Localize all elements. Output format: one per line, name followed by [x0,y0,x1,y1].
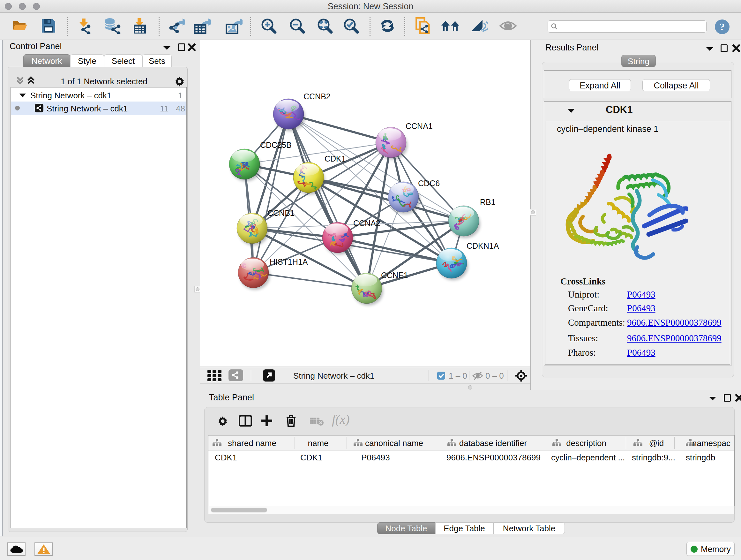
svg-text:CDC25B: CDC25B [260,140,292,149]
svg-text:RB1: RB1 [480,198,495,206]
svg-text:CCNE1: CCNE1 [381,271,408,280]
svg-text:CDC6: CDC6 [418,179,440,188]
svg-text:CDK1: CDK1 [325,154,346,163]
svg-text:CCNB1: CCNB1 [267,208,294,217]
svg-text:CDKN1A: CDKN1A [467,241,499,250]
svg-text:CCNA2: CCNA2 [353,219,381,228]
svg-text:CCNA1: CCNA1 [406,122,433,131]
svg-text:HIST1H1A: HIST1H1A [270,257,308,266]
svg-text:CCNB2: CCNB2 [304,92,331,101]
